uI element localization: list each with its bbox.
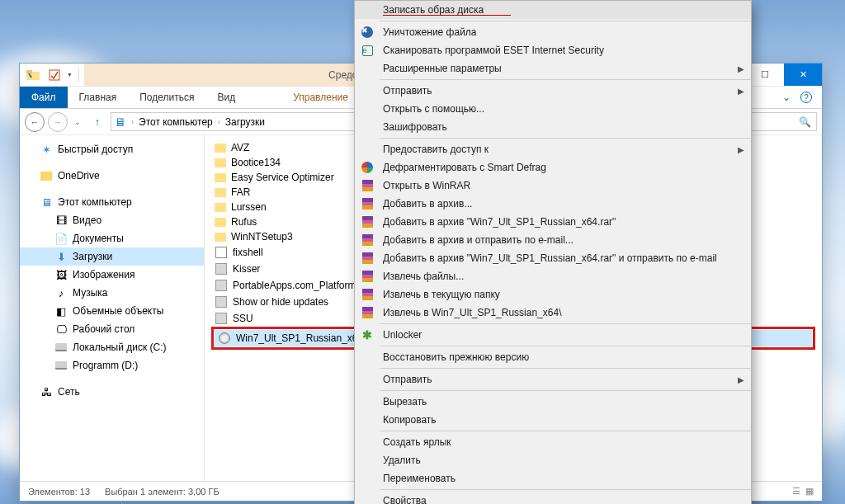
nav-forward-button[interactable]: →	[48, 112, 68, 132]
iso-icon	[218, 332, 231, 345]
rar-icon	[360, 214, 375, 229]
images-icon: 🖼	[54, 268, 68, 281]
menu-item[interactable]: Открыть с помощью...	[355, 100, 751, 118]
rar-icon	[360, 178, 375, 193]
nav-child-item[interactable]: 🖵Рабочий стол	[20, 320, 204, 338]
menu-item[interactable]: Отправить▶	[355, 370, 751, 389]
nav-child-item[interactable]: Локальный диск (C:)	[20, 338, 204, 356]
menu-item[interactable]: Предоставить доступ к▶	[355, 140, 751, 158]
exe-icon	[215, 262, 228, 276]
tab-home[interactable]: Главная	[68, 87, 129, 108]
nav-label: Объемные объекты	[73, 305, 163, 317]
destroy-icon: ✖	[360, 25, 375, 40]
rar-icon	[360, 251, 375, 266]
menu-item[interactable]: Записать образ диска	[355, 1, 751, 19]
menu-label: Дефрагментировать с Smart Defrag	[383, 162, 546, 173]
menu-item[interactable]: Извлечь в Win7_Ult_SP1_Russian_x64\	[355, 304, 751, 322]
nav-network[interactable]: 🖧 Сеть	[20, 383, 204, 401]
blank-icon	[360, 142, 375, 157]
nav-back-button[interactable]: ←	[25, 112, 45, 132]
blank-icon	[360, 101, 375, 116]
menu-item[interactable]: Добавить в архив "Win7_Ult_SP1_Russian_x…	[355, 213, 751, 231]
menu-item[interactable]: Добавить в архив и отправить по e-mail..…	[355, 231, 751, 249]
nav-child-item[interactable]: 🖼Изображения	[20, 266, 204, 284]
nav-onedrive[interactable]: OneDrive	[20, 167, 204, 185]
menu-item[interactable]: Зашифровать	[355, 118, 751, 136]
menu-item[interactable]: Извлечь файлы...	[355, 267, 751, 285]
nav-child-item[interactable]: 📄Документы	[20, 229, 204, 247]
menu-label: Восстановить прежнюю версию	[383, 351, 529, 363]
file-name: Easy Service Optimizer	[231, 172, 334, 183]
music-icon: ♪	[54, 286, 68, 299]
nav-child-item[interactable]: Programm (D:)	[20, 356, 204, 374]
menu-label: Отправить	[383, 374, 432, 385]
menu-separator	[380, 431, 751, 431]
chevron-right-icon[interactable]: ›	[216, 118, 222, 126]
nav-child-item[interactable]: 🎞Видео	[20, 211, 204, 229]
help-icon[interactable]: ?	[800, 92, 812, 103]
nav-label: Видео	[73, 214, 101, 226]
view-details-icon[interactable]: ☰	[792, 486, 800, 497]
menu-item[interactable]: Копировать	[355, 411, 751, 429]
star-icon: ✶	[40, 143, 53, 156]
menu-item[interactable]: ✖Уничтожение файла	[355, 23, 751, 41]
nav-this-pc[interactable]: 🖥 Этот компьютер	[20, 193, 204, 211]
tab-view[interactable]: Вид	[205, 87, 247, 108]
menu-item[interactable]: Свойства	[355, 492, 751, 504]
qat-dropdown-icon[interactable]: ▼	[66, 72, 75, 78]
menu-item[interactable]: Переименовать	[355, 469, 751, 488]
folder-icon	[215, 188, 226, 197]
menu-label: Создать ярлык	[383, 436, 451, 448]
menu-item[interactable]: Восстановить прежнюю версию	[355, 348, 751, 366]
file-name: Rufus	[231, 216, 257, 228]
nav-history-dropdown[interactable]: ⌄	[71, 118, 84, 126]
chevron-right-icon[interactable]: ›	[130, 118, 135, 126]
nav-child-item[interactable]: ◧Объемные объекты	[20, 302, 204, 320]
nav-label: Локальный диск (C:)	[73, 341, 167, 353]
blank-icon	[360, 471, 375, 486]
menu-item[interactable]: Создать ярлык	[355, 433, 751, 451]
nav-label: Документы	[73, 233, 124, 244]
breadcrumb-folder[interactable]: Загрузки	[225, 116, 265, 128]
menu-item[interactable]: Дефрагментировать с Smart Defrag	[355, 158, 751, 177]
tab-manage[interactable]: Управление	[281, 87, 360, 108]
menu-item[interactable]: Отправить▶	[355, 82, 751, 100]
nav-up-button[interactable]: ↑	[87, 112, 107, 132]
view-large-icon[interactable]: ▦	[805, 486, 814, 497]
menu-item[interactable]: eСканировать программой ESET Internet Se…	[355, 41, 751, 59]
menu-item[interactable]: Расширенные параметры▶	[355, 59, 751, 78]
chevron-right-icon: ▶	[738, 375, 744, 384]
folder-icon[interactable]	[23, 65, 43, 85]
file-tab[interactable]: Файл	[20, 87, 68, 108]
blank-icon	[360, 120, 375, 134]
folder-icon	[215, 203, 226, 212]
file-name: Show or hide updates	[233, 296, 328, 308]
nav-quick-access[interactable]: ✶ Быстрый доступ	[20, 140, 204, 158]
file-name: WinNTSetup3	[231, 231, 293, 243]
nav-label: Изображения	[73, 269, 135, 280]
blank-icon	[360, 435, 375, 450]
ribbon-expand-icon[interactable]: ⌄	[782, 92, 791, 103]
nav-child-item[interactable]: ♪Музыка	[20, 284, 204, 302]
menu-item[interactable]: Вырезать	[355, 393, 751, 411]
close-button[interactable]: ✕	[784, 64, 822, 86]
menu-label: Вырезать	[383, 396, 427, 407]
menu-item[interactable]: Добавить в архив "Win7_Ult_SP1_Russian_x…	[355, 249, 751, 267]
menu-item[interactable]: Открыть в WinRAR	[355, 177, 751, 195]
menu-item[interactable]: Удалить	[355, 451, 751, 469]
breadcrumb-root[interactable]: Этот компьютер	[139, 116, 213, 128]
menu-separator	[380, 489, 751, 490]
tab-share[interactable]: Поделиться	[128, 87, 205, 108]
menu-label: Unlocker	[383, 329, 422, 341]
nav-child-item[interactable]: ⬇Загрузки	[20, 247, 204, 266]
docs-icon: 📄	[54, 232, 68, 245]
menu-item[interactable]: Извлечь в текущую папку	[355, 285, 751, 304]
nav-label: Музыка	[73, 287, 107, 299]
menu-label: Добавить в архив и отправить по e-mail..…	[383, 234, 574, 246]
menu-item[interactable]: Добавить в архив...	[355, 195, 751, 213]
menu-label: Извлечь в текущую папку	[383, 289, 500, 300]
properties-icon[interactable]	[45, 65, 64, 85]
navigation-pane[interactable]: ✶ Быстрый доступ OneDrive 🖥 Этот компьют…	[20, 135, 205, 481]
menu-item[interactable]: ✱Unlocker	[355, 326, 751, 344]
rar-icon	[360, 269, 375, 284]
